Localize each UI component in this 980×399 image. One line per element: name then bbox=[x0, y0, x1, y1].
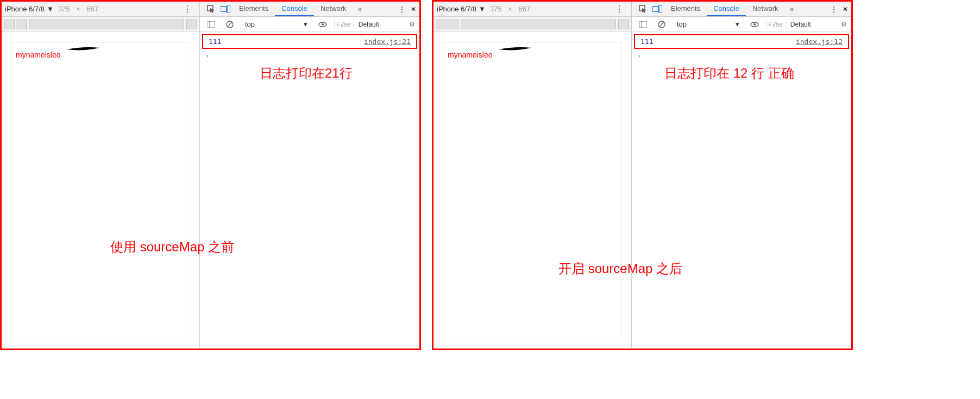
device-toolbar: iPhone 6/7/8 ▼ 375 × 667 ⋮ bbox=[434, 2, 632, 16]
chevron-down-icon: ▼ bbox=[479, 5, 486, 13]
kebab-icon[interactable]: ⋮ bbox=[831, 5, 837, 13]
log-level-select[interactable]: Default bbox=[790, 21, 811, 28]
device-height: 667 bbox=[87, 5, 99, 13]
toolbar-button[interactable] bbox=[16, 20, 27, 29]
close-icon[interactable]: ✕ bbox=[411, 5, 416, 13]
annotation-caption: 开启 sourceMap 之后 bbox=[558, 260, 682, 277]
close-icon[interactable]: ✕ bbox=[843, 5, 848, 13]
svg-rect-2 bbox=[227, 5, 230, 13]
console-log-row: 111 index.js:21 bbox=[202, 34, 417, 49]
svg-rect-3 bbox=[208, 21, 215, 28]
console-prompt[interactable]: › bbox=[200, 51, 419, 61]
gear-icon[interactable]: ⚙ bbox=[841, 21, 847, 28]
log-value: 111 bbox=[209, 37, 221, 46]
console-log-row: 111 index.js:12 bbox=[634, 34, 849, 49]
chevron-down-icon: ▼ bbox=[47, 5, 54, 13]
more-tabs-icon[interactable]: » bbox=[785, 2, 799, 16]
log-level-select[interactable]: Default bbox=[359, 21, 379, 28]
log-source-link[interactable]: index.js:21 bbox=[364, 37, 411, 46]
live-expression-icon[interactable] bbox=[316, 21, 330, 28]
preview-toolbar bbox=[2, 17, 200, 31]
log-source-link[interactable]: index.js:12 bbox=[796, 37, 843, 46]
console-prompt[interactable]: › bbox=[632, 51, 851, 61]
content: mynameisleo 111 index.js:21 › 日志打印在21行 使… bbox=[2, 32, 419, 349]
more-tabs-icon[interactable]: » bbox=[353, 2, 367, 16]
tab-network[interactable]: Network bbox=[746, 2, 785, 16]
annotation-line: 日志打印在21行 bbox=[260, 65, 353, 82]
svg-line-6 bbox=[228, 22, 232, 27]
tab-console[interactable]: Console bbox=[707, 2, 746, 16]
sidebar-toggle-icon[interactable] bbox=[636, 21, 650, 28]
svg-point-17 bbox=[753, 23, 756, 26]
svg-line-15 bbox=[659, 22, 664, 27]
swoosh-graphic bbox=[499, 47, 531, 52]
context-select[interactable]: top ▾ bbox=[241, 18, 311, 30]
annotation-line: 日志打印在 12 行 正确 bbox=[664, 65, 794, 82]
console-toolbar: top ▾ Filter Default ⚙ bbox=[200, 17, 419, 31]
device-width: 375 bbox=[58, 5, 70, 13]
device-name: iPhone 6/7/8 bbox=[5, 5, 45, 13]
inspect-icon[interactable] bbox=[636, 2, 650, 16]
tab-elements[interactable]: Elements bbox=[664, 2, 707, 16]
devtools-tabbar: Elements Console Network » ⋮ ✕ bbox=[200, 2, 419, 16]
address-bar[interactable] bbox=[461, 20, 616, 29]
tab-elements[interactable]: Elements bbox=[233, 2, 275, 16]
tab-console[interactable]: Console bbox=[275, 2, 314, 16]
console-output: 111 index.js:21 › 日志打印在21行 bbox=[200, 32, 419, 349]
swoosh-graphic bbox=[67, 47, 99, 52]
top-bar: iPhone 6/7/8 ▼ 375 × 667 ⋮ Elements Cons… bbox=[2, 2, 419, 17]
preview-toolbar bbox=[434, 17, 632, 31]
content: mynameisleo 111 index.js:12 › 日志打印在 12 行… bbox=[434, 32, 851, 349]
inspect-icon[interactable] bbox=[204, 2, 218, 16]
sub-toolbar: top ▾ Filter Default ⚙ bbox=[2, 17, 419, 32]
device-preview: mynameisleo bbox=[434, 32, 632, 349]
more-icon[interactable]: ⋮ bbox=[179, 4, 196, 14]
context-select[interactable]: top ▾ bbox=[673, 18, 743, 30]
context-label: top bbox=[245, 20, 255, 28]
sidebar-toggle-icon[interactable] bbox=[204, 21, 218, 28]
filter-input[interactable]: Filter bbox=[334, 20, 354, 29]
dimension-separator: × bbox=[74, 5, 83, 13]
page-text: mynameisleo bbox=[16, 50, 60, 59]
device-preview: mynameisleo bbox=[2, 32, 200, 349]
log-value: 111 bbox=[640, 37, 653, 46]
device-toolbar: iPhone 6/7/8 ▼ 375 × 667 ⋮ bbox=[2, 2, 200, 16]
more-icon[interactable]: ⋮ bbox=[611, 4, 628, 14]
clear-console-icon[interactable] bbox=[655, 21, 669, 28]
devtools-tabbar: Elements Console Network » ⋮ ✕ bbox=[632, 2, 851, 16]
tab-network[interactable]: Network bbox=[314, 2, 353, 16]
svg-rect-11 bbox=[659, 5, 662, 13]
toolbar-button[interactable] bbox=[448, 20, 458, 29]
device-width: 375 bbox=[490, 5, 502, 13]
dimension-separator: × bbox=[506, 5, 514, 13]
annotation-caption: 使用 sourceMap 之前 bbox=[110, 238, 234, 256]
panel-before: iPhone 6/7/8 ▼ 375 × 667 ⋮ Elements Cons… bbox=[0, 0, 421, 350]
top-bar: iPhone 6/7/8 ▼ 375 × 667 ⋮ Elements Cons… bbox=[434, 2, 851, 17]
toolbar-button[interactable] bbox=[186, 20, 197, 29]
device-select[interactable]: iPhone 6/7/8 ▼ bbox=[5, 5, 54, 13]
sub-toolbar: top ▾ Filter Default ⚙ bbox=[434, 17, 851, 32]
svg-rect-12 bbox=[639, 21, 647, 28]
panel-after: iPhone 6/7/8 ▼ 375 × 667 ⋮ Elements Cons… bbox=[432, 0, 853, 350]
svg-rect-10 bbox=[652, 7, 658, 11]
viewport: mynameisleo bbox=[443, 43, 621, 338]
kebab-icon[interactable]: ⋮ bbox=[399, 5, 405, 13]
device-height: 667 bbox=[519, 5, 531, 13]
chevron-down-icon: ▾ bbox=[736, 20, 739, 28]
device-toggle-icon[interactable] bbox=[650, 2, 664, 16]
toolbar-button[interactable] bbox=[436, 20, 447, 29]
filter-input[interactable]: Filter bbox=[766, 20, 786, 29]
toolbar-button[interactable] bbox=[618, 20, 629, 29]
device-select[interactable]: iPhone 6/7/8 ▼ bbox=[437, 5, 486, 13]
svg-rect-1 bbox=[221, 7, 227, 11]
gear-icon[interactable]: ⚙ bbox=[409, 21, 415, 28]
context-label: top bbox=[677, 20, 687, 28]
toolbar-button[interactable] bbox=[4, 20, 15, 29]
console-output: 111 index.js:12 › 日志打印在 12 行 正确 bbox=[632, 32, 851, 349]
address-bar[interactable] bbox=[29, 20, 184, 29]
viewport: mynameisleo bbox=[11, 43, 190, 338]
device-name: iPhone 6/7/8 bbox=[437, 5, 476, 13]
device-toggle-icon[interactable] bbox=[218, 2, 233, 16]
clear-console-icon[interactable] bbox=[223, 21, 237, 28]
live-expression-icon[interactable] bbox=[747, 21, 762, 28]
